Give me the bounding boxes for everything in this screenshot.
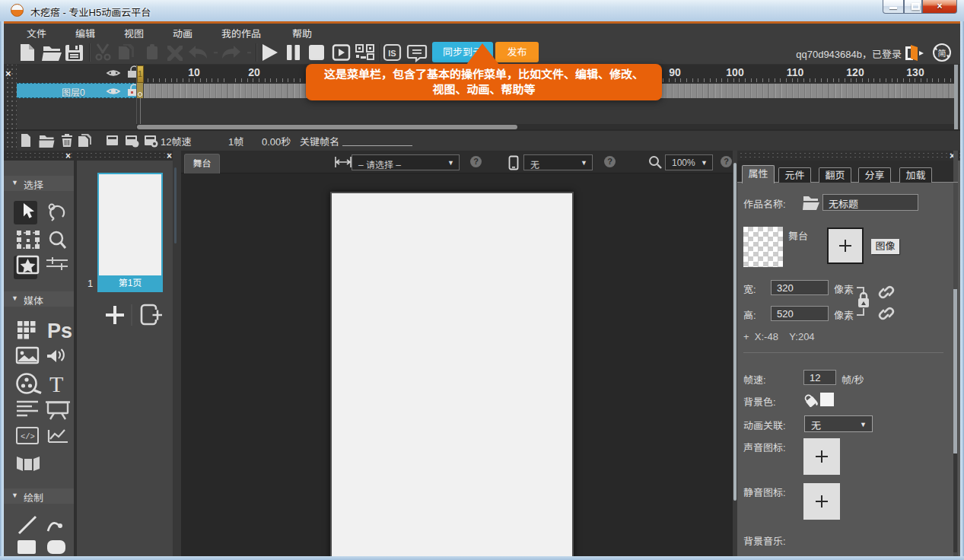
svg-text:Ps: Ps: [47, 320, 72, 342]
svg-text:</>: </>: [21, 432, 35, 441]
svg-text:T: T: [49, 371, 63, 396]
svg-text:IS: IS: [388, 49, 396, 58]
svg-text:简: 简: [938, 46, 947, 59]
